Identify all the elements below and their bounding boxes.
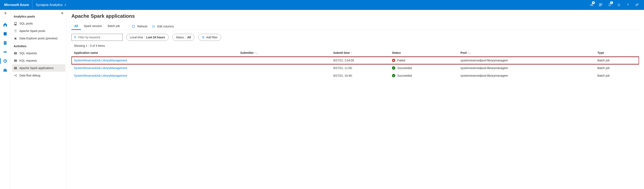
sidebar-item-spark-pools[interactable]: Apache Spark pools <box>12 27 66 35</box>
notifications-button[interactable]: 1 <box>605 0 614 10</box>
add-filter-button[interactable]: Add filter <box>198 34 221 41</box>
col-app-name[interactable]: Application name <box>72 49 238 57</box>
tabs: All Spark session Batch job <box>72 23 122 30</box>
brand[interactable]: Microsoft Azure <box>2 0 32 10</box>
col-type[interactable]: Type <box>595 49 639 57</box>
col-status[interactable]: Status <box>390 49 458 57</box>
svg-text:SQL: SQL <box>14 24 17 25</box>
col-label: Pool <box>460 51 467 54</box>
svg-point-3 <box>618 4 620 5</box>
app-name-link[interactable]: SystemReservedJob-LibraryManagement <box>74 59 127 62</box>
kql-requests-icon <box>14 59 17 62</box>
svg-rect-2 <box>599 5 600 6</box>
help-button[interactable] <box>623 0 632 10</box>
app-name-link[interactable]: SystemReservedJob-LibraryManagement <box>74 74 127 77</box>
edit-columns-button[interactable]: Edit columns <box>150 24 176 29</box>
col-submitter[interactable]: Submitter↑↓ <box>238 49 331 57</box>
table-row[interactable]: SystemReservedJob-LibraryManagement9/27/… <box>72 72 639 80</box>
svg-rect-30 <box>14 60 17 60</box>
col-pool[interactable]: Pool↑↓ <box>458 49 595 57</box>
svg-rect-35 <box>14 69 17 69</box>
cell-type: Batch job <box>595 72 639 80</box>
sql-pools-icon: SQL <box>14 22 17 25</box>
cell-submitter <box>238 64 331 72</box>
service-name: Synapse Analytics <box>36 3 62 7</box>
refresh-label: Refresh <box>137 25 148 28</box>
rail-home[interactable] <box>1 21 9 29</box>
refresh-button[interactable]: Refresh <box>130 24 150 29</box>
cell-app-name[interactable]: SystemReservedJob-LibraryManagement <box>72 64 238 72</box>
cell-submit-time: 9/27/22, 10:45: <box>331 72 389 80</box>
sidebar-item-kql-requests[interactable]: KQL requests <box>12 57 66 64</box>
table-scroll[interactable]: Application name Submitter↑↓ Submit time… <box>72 49 639 189</box>
col-submit-time[interactable]: Submit time↑ <box>331 49 389 57</box>
directories-button[interactable] <box>596 0 605 10</box>
cell-app-name[interactable]: SystemReservedJob-LibraryManagement <box>72 57 238 64</box>
top-bar: Microsoft Azure Synapse Analytics 4 1 <box>0 0 644 10</box>
badge-notifications: 1 <box>610 1 613 4</box>
svg-rect-17 <box>3 69 7 71</box>
sidebar-item-sql-requests[interactable]: SQL requests <box>12 49 66 57</box>
table-row[interactable]: SystemReservedJob-LibraryManagement9/27/… <box>72 57 639 64</box>
rail-monitor[interactable] <box>1 57 9 65</box>
home-icon <box>3 22 8 27</box>
sidebar-item-label: SQL requests <box>20 51 37 55</box>
sidebar-item-data-explorer-pools[interactable]: Data Explorer pools (preview) <box>12 35 66 42</box>
edit-columns-label: Edit columns <box>157 25 174 28</box>
cell-app-name[interactable]: SystemReservedJob-LibraryManagement <box>72 72 238 80</box>
col-label: Status <box>392 51 401 54</box>
pipeline-icon <box>3 50 8 54</box>
cloud-shell-button[interactable]: 4 <box>587 0 596 10</box>
sidebar-section-title: Analytics pools <box>12 12 66 20</box>
data-explorer-icon <box>14 36 17 40</box>
spark-apps-icon <box>14 66 17 70</box>
sidebar-item-spark-applications[interactable]: Apache Spark applications <box>12 64 66 72</box>
sidebar-item-label: Data Explorer pools (preview) <box>20 37 58 40</box>
chevron-double-left-icon <box>61 11 64 15</box>
status-filter-prefix: Status : <box>176 36 186 39</box>
svg-rect-32 <box>14 61 17 62</box>
tab-all[interactable]: All <box>72 23 81 30</box>
cell-status: Succeeded <box>390 64 458 72</box>
svg-point-12 <box>4 52 4 52</box>
time-filter-prefix: Local time : <box>130 36 145 39</box>
tab-spark-session[interactable]: Spark session <box>81 23 105 30</box>
cell-submitter <box>238 57 331 64</box>
filter-keyword-input[interactable] <box>78 36 120 39</box>
cell-submit-time: 9/27/22, 11:05: <box>331 64 389 72</box>
collapse-sidebar-button[interactable] <box>61 11 64 15</box>
tab-batch-job[interactable]: Batch job <box>105 23 122 30</box>
rail-data[interactable] <box>1 30 9 38</box>
cell-submitter <box>238 72 331 80</box>
filter-keyword-input-wrap[interactable] <box>72 34 122 41</box>
col-label: Application name <box>74 51 98 54</box>
rail-integrate[interactable] <box>1 48 9 56</box>
collapse-rail-button[interactable] <box>4 11 7 20</box>
time-filter-pill[interactable]: Local time : Last 24 hours <box>126 34 169 41</box>
rail-manage[interactable] <box>1 66 9 74</box>
sidebar-item-sql-pools[interactable]: SQL SQL pools <box>12 20 66 27</box>
svg-rect-28 <box>14 53 17 53</box>
succeeded-icon <box>392 66 395 70</box>
settings-button[interactable] <box>614 0 623 10</box>
status-filter-pill[interactable]: Status : All <box>172 34 194 41</box>
status-text: Succeeded <box>397 74 412 77</box>
page-title: Apache Spark applications <box>72 13 639 19</box>
cell-pool: systemreservedpool-librarymanagem <box>458 64 595 72</box>
svg-rect-34 <box>14 68 17 68</box>
svg-point-4 <box>636 4 637 5</box>
table-row[interactable]: SystemReservedJob-LibraryManagement9/27/… <box>72 64 639 72</box>
svg-rect-27 <box>14 52 17 53</box>
sidebar-section-title: Activities <box>12 42 66 49</box>
svg-point-13 <box>6 52 6 52</box>
app-name-link[interactable]: SystemReservedJob-LibraryManagement <box>74 66 127 70</box>
feedback-button[interactable] <box>632 0 642 10</box>
col-label: Type <box>598 51 604 54</box>
sidebar-item-dataflow-debug[interactable]: Data flow debug <box>12 72 66 79</box>
svg-rect-29 <box>14 54 17 54</box>
dataflow-debug-icon <box>14 74 17 77</box>
sql-requests-icon <box>14 51 17 55</box>
svg-rect-9 <box>4 42 6 43</box>
service-breadcrumb[interactable]: Synapse Analytics <box>32 0 70 10</box>
rail-develop[interactable] <box>1 39 9 47</box>
